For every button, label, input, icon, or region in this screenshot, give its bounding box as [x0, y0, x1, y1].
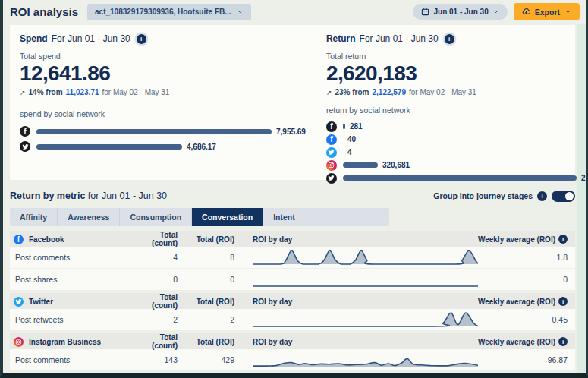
- bar-value: 4: [347, 148, 352, 156]
- bar-value: 281: [350, 122, 363, 131]
- return-by-network-label: return by social network: [326, 106, 588, 115]
- return-previous-value-link[interactable]: 2,122,579: [373, 88, 407, 96]
- spend-by-network-label: spend by social network: [20, 109, 306, 118]
- table-row: Post retweets 2 2 0.45: [10, 309, 575, 331]
- group-header-instagram: Instagram Business Total (count) Total (…: [10, 333, 575, 349]
- col-total-roi: Total (ROI): [178, 235, 234, 244]
- col-total-count: Total (count): [136, 333, 178, 350]
- group-header-twitter: Twitter Total (count) Total (ROI) ROI by…: [10, 293, 575, 309]
- table-row: Post shares 0 0 0: [10, 269, 575, 291]
- metric-weekly-average: 1.8: [470, 253, 568, 262]
- metric-weekly-average: 0.45: [470, 315, 568, 324]
- group-header-facebook: Facebook Total (count) Total (ROI) ROI b…: [10, 231, 575, 247]
- col-weekly-average: Weekly average (ROI): [478, 235, 555, 244]
- toggle-knob: [565, 192, 574, 200]
- journey-stages-label: Group into journey stages: [433, 191, 533, 200]
- col-total-roi: Total (ROI): [178, 338, 234, 346]
- summary-cards: Spend For Jun 01 - Jun 30 i Total spend …: [10, 25, 575, 180]
- return-by-metric-header: Return by metric for Jun 01 - Jun 30 Gro…: [10, 189, 575, 203]
- twitter-icon: [14, 297, 24, 307]
- table-row: Post comments 4 8 1.8: [10, 247, 575, 269]
- bar-value: 2,299,177: [581, 174, 588, 182]
- metric-weekly-average: 96.87: [470, 355, 568, 364]
- return-title: Return: [326, 33, 356, 44]
- return-bar-instagram: 320,681: [326, 159, 588, 172]
- metric-roi: 0: [178, 275, 234, 284]
- bar: [343, 175, 577, 181]
- return-bar-facebook-page: 281: [326, 120, 588, 133]
- tab-intent[interactable]: Intent: [263, 208, 305, 226]
- return-bar-twitter-owned: 2,299,177: [326, 172, 588, 184]
- col-roi-by-day: ROI by day: [234, 338, 470, 346]
- journey-stage-tabs: Affinity Awareness Consumption Conversat…: [10, 208, 389, 226]
- spend-bar-facebook: 7,955.69: [20, 124, 306, 139]
- roi-by-day-sparkline: [253, 270, 478, 288]
- col-weekly-average: Weekly average (ROI): [478, 338, 555, 346]
- metric-count: 2: [136, 315, 178, 324]
- return-trend-change: 23% from: [335, 88, 369, 96]
- trend-up-icon: ↗: [326, 89, 332, 96]
- date-range-label: Jun 01 - Jun 30: [433, 8, 488, 16]
- tab-consumption[interactable]: Consumption: [120, 208, 192, 226]
- metric-count: 4: [136, 253, 178, 262]
- spend-period: For Jun 01 - Jun 30: [52, 33, 130, 44]
- roi-by-day-sparkline: [253, 248, 478, 266]
- total-spend-label: Total spend: [20, 52, 306, 61]
- metric-roi: 2: [178, 315, 234, 324]
- spend-bar-twitter: 4,686.17: [20, 139, 306, 154]
- export-button[interactable]: Export: [514, 3, 580, 20]
- metric-name: Post comments: [14, 253, 136, 262]
- tab-affinity[interactable]: Affinity: [10, 208, 58, 226]
- tab-conversation[interactable]: Conversation: [192, 208, 263, 226]
- col-roi-by-day: ROI by day: [234, 235, 470, 244]
- info-icon[interactable]: i: [558, 297, 568, 306]
- col-total-roi: Total (ROI): [178, 298, 234, 306]
- info-icon[interactable]: i: [137, 34, 146, 44]
- bar: [36, 129, 272, 134]
- date-range-button[interactable]: Jun 01 - Jun 30: [413, 4, 507, 20]
- return-trend-period: for May 02 - May 31: [409, 88, 476, 96]
- return-bar-twitter: 4: [326, 146, 588, 159]
- spend-title: Spend: [20, 33, 48, 44]
- roi-by-day-sparkline: [253, 351, 478, 369]
- spend-panel: Spend For Jun 01 - Jun 30 i Total spend …: [10, 25, 316, 180]
- info-icon[interactable]: i: [537, 191, 547, 201]
- chevron-down-icon: [237, 8, 244, 15]
- facebook-icon: [14, 235, 24, 244]
- spend-trend: ↗ 14% from 11,023.71 for May 02 - May 31: [20, 88, 306, 96]
- facebook-icon: [326, 121, 337, 132]
- return-period: For Jun 01 - Jun 30: [360, 33, 439, 44]
- topbar: ROI analysis act_108329179309936, Hootsu…: [3, 0, 586, 24]
- metric-count: 0: [136, 275, 178, 284]
- instagram-icon: [14, 337, 24, 347]
- account-selector[interactable]: act_108329179309936, Hootsuite FB...: [87, 4, 251, 20]
- info-icon[interactable]: i: [445, 34, 454, 44]
- spend-previous-value-link[interactable]: 11,023.71: [66, 88, 99, 96]
- export-label: Export: [535, 8, 560, 17]
- metric-name: Post shares: [14, 275, 136, 284]
- roi-by-day-sparkline: [253, 310, 478, 329]
- horizontal-scrollbar[interactable]: [11, 373, 463, 377]
- return-trend: ↗ 23% from 2,122,579 for May 02 - May 31: [326, 88, 588, 96]
- twitter-icon: [20, 141, 30, 152]
- bar-value: 4,686.17: [187, 143, 216, 151]
- return-bar-facebook: 40: [326, 133, 588, 146]
- tab-awareness[interactable]: Awareness: [58, 208, 120, 226]
- spend-trend-change: 14% from: [29, 88, 63, 96]
- col-total-count: Total (count): [136, 231, 178, 247]
- section-period: for Jun 01 - Jun 30: [88, 191, 167, 201]
- download-cloud-icon: [522, 8, 530, 16]
- facebook-icon: [326, 134, 337, 145]
- metrics-table: Facebook Total (count) Total (ROI) ROI b…: [10, 231, 575, 377]
- info-icon[interactable]: i: [558, 337, 568, 346]
- bar: [343, 124, 345, 129]
- chevron-down-icon: [492, 8, 499, 15]
- info-icon[interactable]: i: [558, 235, 568, 244]
- total-return-value: 2,620,183: [326, 61, 588, 86]
- chevron-down-icon: [564, 8, 571, 15]
- metric-name: Post retweets: [14, 315, 136, 324]
- total-return-label: Total return: [326, 52, 588, 61]
- group-name: Instagram Business: [29, 338, 101, 346]
- return-panel-title: Return For Jun 01 - Jun 30 i: [326, 33, 588, 44]
- journey-stages-toggle[interactable]: [552, 191, 575, 202]
